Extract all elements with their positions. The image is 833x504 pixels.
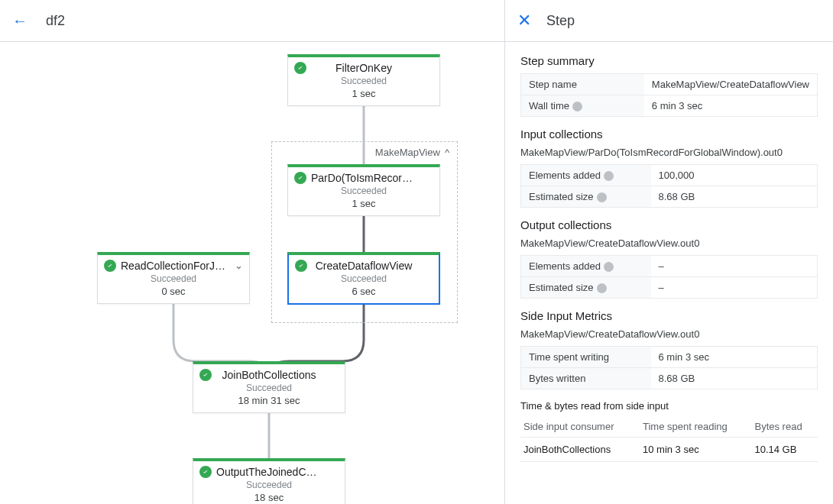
pipeline-graph[interactable]: MakeMapView ^ FilterOnKey Succeeded 1 se… xyxy=(0,42,504,504)
help-icon[interactable] xyxy=(597,283,607,293)
estimated-size-value: – xyxy=(651,277,818,299)
output-path: MakeMapView/CreateDataflowView.out0 xyxy=(520,237,818,249)
chevron-up-icon: ^ xyxy=(445,147,449,158)
panel-title: Step xyxy=(546,13,575,29)
time-cell: 10 min 3 sec xyxy=(640,438,751,462)
estimated-size-label: Estimated size xyxy=(529,282,594,293)
input-collections-heading: Input collections xyxy=(520,128,818,141)
elements-added-value: – xyxy=(651,256,818,277)
node-status: Succeeded xyxy=(201,383,337,393)
time-writing-label: Time spent writing xyxy=(521,347,651,368)
group-header[interactable]: MakeMapView ^ xyxy=(375,147,449,158)
job-name: df2 xyxy=(46,13,65,29)
step-name-value: MakeMapView/CreateDataflowView xyxy=(644,74,818,95)
bytes-cell: 10.14 GB xyxy=(751,438,818,462)
node-title: CreateDataflowView xyxy=(297,260,431,272)
node-status: Succeeded xyxy=(201,480,337,490)
success-icon xyxy=(199,466,212,478)
node-title: FilterOnKey xyxy=(296,62,432,74)
node-join-both-collections[interactable]: JoinBothCollections Succeeded 18 min 31 … xyxy=(193,361,345,413)
table-row: JoinBothCollections10 min 3 sec10.14 GB xyxy=(520,438,818,462)
output-table: Elements added – Estimated size – xyxy=(520,255,818,299)
side-input-heading: Side Input Metrics xyxy=(520,309,818,322)
col-bytes: Bytes read xyxy=(751,416,818,438)
side-panel: ✕ Step Step summary Step name MakeMapVie… xyxy=(504,0,833,504)
col-time: Time spent reading xyxy=(640,416,751,438)
node-time: 18 sec xyxy=(201,492,337,503)
output-collections-heading: Output collections xyxy=(520,218,818,231)
chevron-down-icon[interactable]: ⌄ xyxy=(235,260,243,271)
input-path: MakeMapView/ParDo(ToIsmRecordForGlobalWi… xyxy=(520,147,818,158)
step-summary-table: Step name MakeMapView/CreateDataflowView… xyxy=(520,73,818,117)
step-name-label: Step name xyxy=(521,74,644,95)
side-input-read-table: Side input consumer Time spent reading B… xyxy=(520,416,818,462)
side-input-path: MakeMapView/CreateDataflowView.out0 xyxy=(520,328,818,340)
wall-time-label: Wall time xyxy=(529,100,569,111)
node-read-collection[interactable]: ⌄ ReadCollectionForJoin Succeeded 0 sec xyxy=(97,252,250,304)
time-writing-value: 6 min 3 sec xyxy=(651,347,818,368)
success-icon xyxy=(295,260,307,272)
elements-added-label: Elements added xyxy=(529,260,601,272)
node-time: 18 min 31 sec xyxy=(201,395,337,406)
node-status: Succeeded xyxy=(105,273,241,284)
help-icon[interactable] xyxy=(604,262,614,272)
read-heading: Time & bytes read from side input xyxy=(520,400,818,412)
back-arrow-icon[interactable]: ← xyxy=(12,12,28,30)
node-title: JoinBothCollections xyxy=(201,369,337,381)
node-time: 1 sec xyxy=(296,88,432,99)
node-time: 0 sec xyxy=(105,286,241,297)
node-output-joined[interactable]: OutputTheJoinedCollec… Succeeded 18 sec xyxy=(193,458,345,504)
node-status: Succeeded xyxy=(296,186,432,196)
col-consumer: Side input consumer xyxy=(520,416,640,438)
node-title: ReadCollectionForJoin xyxy=(105,260,241,272)
consumer-cell: JoinBothCollections xyxy=(520,438,640,462)
estimated-size-value: 8.68 GB xyxy=(651,186,818,208)
success-icon xyxy=(104,260,116,272)
help-icon[interactable] xyxy=(572,102,582,111)
close-icon[interactable]: ✕ xyxy=(517,11,531,31)
node-pardo[interactable]: ParDo(ToIsmRecordFor… Succeeded 1 sec xyxy=(287,164,440,216)
group-label: MakeMapView xyxy=(375,147,440,158)
help-icon[interactable] xyxy=(597,192,607,202)
elements-added-value: 100,000 xyxy=(651,165,818,186)
wall-time-value: 6 min 3 sec xyxy=(644,95,818,117)
node-time: 1 sec xyxy=(296,198,432,209)
node-title: ParDo(ToIsmRecordFor… xyxy=(296,172,432,184)
estimated-size-label: Estimated size xyxy=(529,191,594,202)
success-icon xyxy=(199,369,212,381)
node-status: Succeeded xyxy=(296,76,432,86)
panel-header: ✕ Step xyxy=(505,0,833,42)
bytes-written-label: Bytes written xyxy=(521,368,651,389)
success-icon xyxy=(294,172,306,184)
node-status: Succeeded xyxy=(297,273,431,284)
bytes-written-value: 8.68 GB xyxy=(651,368,818,389)
node-filter-on-key[interactable]: FilterOnKey Succeeded 1 sec xyxy=(287,54,440,106)
side-input-table: Time spent writing 6 min 3 sec Bytes wri… xyxy=(520,346,818,389)
step-summary-heading: Step summary xyxy=(520,54,818,67)
success-icon xyxy=(294,62,306,74)
elements-added-label: Elements added xyxy=(529,170,601,181)
node-title: OutputTheJoinedCollec… xyxy=(201,466,337,478)
input-table: Elements added 100,000 Estimated size 8.… xyxy=(520,164,818,208)
node-create-dataflow-view[interactable]: CreateDataflowView Succeeded 6 sec xyxy=(287,252,440,305)
help-icon[interactable] xyxy=(604,171,614,181)
node-time: 6 sec xyxy=(297,286,431,297)
